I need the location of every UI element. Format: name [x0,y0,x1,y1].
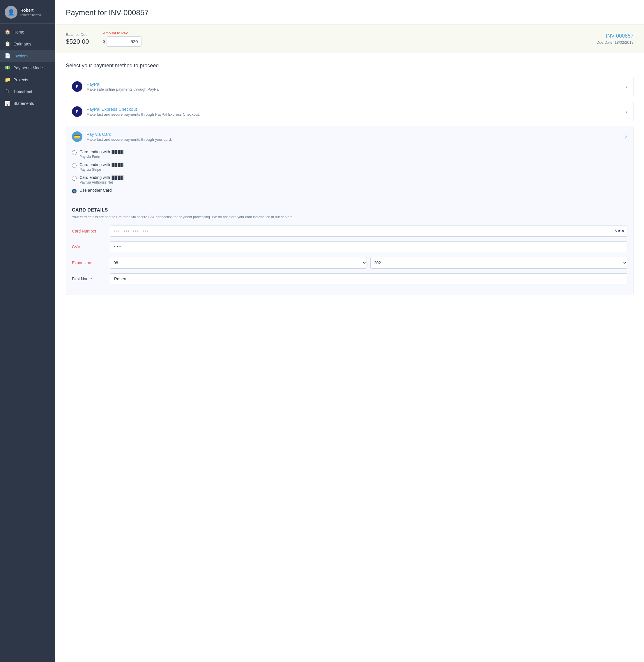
card-details-note: Your card details are sent to Braintree … [72,215,627,220]
saved-card-label-1: Card ending with ████ [79,150,124,154]
sidebar-item-label-home: Home [14,30,24,35]
sidebar-item-label-statements: Statements [14,101,34,106]
saved-card-label-3: Card ending with ████ [79,175,124,180]
card-number-label: Card Number [72,229,110,234]
paypal-header[interactable]: P PayPal Make safe online payments throu… [66,76,633,97]
saved-card-sublabel-1: Pay via Forte [79,155,124,159]
visa-badge: VISA [615,229,624,233]
card-chevron-down-icon: ∨ [624,134,627,139]
paypal-chevron-right-icon: › [626,84,627,89]
sidebar-user: 👤 Robert robert.albertso... [0,0,55,24]
use-another-card-radio[interactable] [72,189,76,194]
sidebar-item-label-payments_made: Payments Made [14,66,43,70]
cvv-input[interactable] [110,241,627,252]
saved-cards-list: Card ending with ████ Pay via Forte Card… [66,147,633,202]
saved-card-label-2: Card ending with ████ [79,162,124,167]
saved-card-option-2[interactable]: Card ending with ████ Pay via Stripe [72,162,627,172]
balance-due-label: Balance Due [66,32,89,37]
sidebar-email: robert.albertso... [20,13,44,17]
paypal-express-payment-method: P PayPal Express Checkout Make fast and … [66,101,634,123]
saved-card-radio-2[interactable] [72,163,76,168]
cvv-label: CVV [72,244,110,249]
card-payment-name: Pay via Card [87,132,624,137]
sidebar-item-projects[interactable]: 📁Projects [0,74,55,86]
sidebar-item-invoices[interactable]: 📄Invoices [0,50,55,62]
saved-card-sublabel-2: Pay via Stripe [79,168,124,172]
sidebar-item-label-estimates: Estimates [14,42,31,46]
card-icon: 💳 [72,131,83,142]
paypal-info: PayPal Make safe online payments through… [87,82,626,91]
card-number-group: Card Number VISA [72,225,627,237]
timesheet-icon: 🗓 [5,89,10,94]
sidebar-item-statements[interactable]: 📊Statements [0,97,55,109]
use-another-card-option[interactable]: Use another Card [72,188,627,194]
invoice-summary: Balance Due $520.00 Amount to Pay $ INV-… [55,24,644,53]
first-name-group: First Name [72,273,627,284]
amount-to-pay-label: Amount to Pay [103,31,142,35]
card-number-input-wrapper: VISA [110,225,627,237]
sidebar-item-label-projects: Projects [14,78,28,82]
first-name-label: First Name [72,277,110,281]
use-another-card-label: Use another Card [79,188,112,193]
saved-card-sublabel-3: Pay via Authorize.Net [79,180,124,184]
paypal-express-info: PayPal Express Checkout Make fast and se… [87,107,626,116]
saved-card-option-3[interactable]: Card ending with ████ Pay via Authorize.… [72,175,627,184]
avatar: 👤 [5,6,18,19]
sidebar-nav: 🏠Home📋Estimates📄Invoices💵Payments Made📁P… [0,24,55,662]
card-details-section: CARD DETAILS Your card details are sent … [66,202,633,295]
expires-wrapper: 01 02 03 04 05 06 07 08 09 10 11 12 [110,257,627,269]
expires-on-group: Expires on 01 02 03 04 05 06 07 08 09 [72,257,627,269]
statements-icon: 📊 [5,101,10,106]
paypal-express-icon: P [72,106,83,117]
sidebar-item-label-invoices: Invoices [14,53,28,58]
paypal-express-desc: Make fast and secure payments through Pa… [87,112,626,116]
expires-on-label: Expires on [72,261,110,265]
payment-section-title: Select your payment method to proceed [66,63,634,69]
saved-card-option-1[interactable]: Card ending with ████ Pay via Forte [72,150,627,159]
paypal-express-header[interactable]: P PayPal Express Checkout Make fast and … [66,101,633,122]
sidebar-item-timesheet[interactable]: 🗓Timesheet [0,86,55,97]
saved-card-radio-3[interactable] [72,176,76,181]
paypal-desc: Make safe online payments through PayPal… [87,87,626,91]
saved-card-radio-1[interactable] [72,150,76,155]
sidebar: 👤 Robert robert.albertso... 🏠Home📋Estima… [0,0,55,662]
sidebar-item-home[interactable]: 🏠Home [0,26,55,38]
paypal-payment-method: P PayPal Make safe online payments throu… [66,76,634,97]
paypal-icon: P [72,81,83,92]
card-info: Pay via Card Make fast and secure paymen… [87,132,624,141]
paypal-express-chevron-right-icon: › [626,109,627,114]
estimates-icon: 📋 [5,41,10,47]
balance-due-section: Balance Due $520.00 [66,32,89,45]
sidebar-item-payments_made[interactable]: 💵Payments Made [0,62,55,74]
page-header: Payment for INV-000857 [55,0,644,24]
expires-month-select[interactable]: 01 02 03 04 05 06 07 08 09 10 11 12 [110,257,367,269]
sidebar-username: Robert [20,8,44,13]
currency-symbol: $ [103,39,106,44]
balance-due-value: $520.00 [66,38,89,45]
card-header[interactable]: 💳 Pay via Card Make fast and secure paym… [66,126,633,147]
sidebar-item-estimates[interactable]: 📋Estimates [0,38,55,50]
page-title: Payment for INV-000857 [66,8,634,17]
sidebar-item-label-timesheet: Timesheet [14,89,32,94]
card-number-input[interactable] [110,225,627,237]
home-icon: 🏠 [5,29,10,35]
content-area: Select your payment method to proceed P … [55,53,644,308]
amount-to-pay-section: Amount to Pay $ [103,31,142,47]
card-details-title: CARD DETAILS [72,207,627,213]
payments_made-icon: 💵 [5,65,10,70]
invoice-ref-section: INV-000857 Due Date: 18/02/2019 [597,33,634,45]
invoice-number: INV-000857 [597,33,634,39]
cvv-group: CVV [72,241,627,252]
invoice-due-date: Due Date: 18/02/2019 [597,40,634,45]
paypal-express-name: PayPal Express Checkout [87,107,626,112]
invoices-icon: 📄 [5,53,10,59]
card-payment-method: 💳 Pay via Card Make fast and secure paym… [66,126,634,295]
card-payment-desc: Make fast and secure payments through yo… [87,137,624,141]
amount-to-pay-input[interactable] [107,37,141,47]
main-content: Payment for INV-000857 Balance Due $520.… [55,0,644,662]
amount-input-wrapper: $ [103,37,142,47]
expires-year-select[interactable]: 2019 2020 2021 2022 2023 2024 2025 [370,257,627,269]
paypal-name: PayPal [87,82,626,87]
projects-icon: 📁 [5,77,10,83]
first-name-input[interactable] [110,273,627,284]
